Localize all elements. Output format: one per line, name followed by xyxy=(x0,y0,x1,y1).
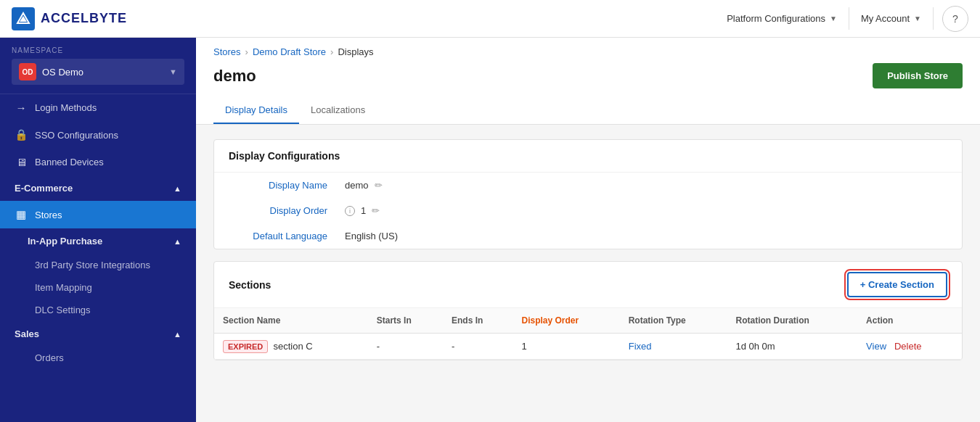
ecommerce-chevron-icon: ▲ xyxy=(173,184,181,193)
breadcrumb: Stores › Demo Draft Store › Displays xyxy=(213,46,963,57)
platform-configurations-btn[interactable]: Platform Configurations ▼ xyxy=(715,7,849,30)
sidebar: NAMESPACE OD OS Demo ▼ → Login Methods 🔒… xyxy=(0,38,196,422)
namespace-chevron-icon: ▼ xyxy=(169,67,177,76)
display-order-row: Display Order i 1 ✏ xyxy=(214,198,962,223)
publish-store-button[interactable]: Publish Store xyxy=(873,63,963,88)
col-ends-in: Ends In xyxy=(443,308,513,334)
content-area: Stores › Demo Draft Store › Displays dem… xyxy=(196,38,980,422)
in-app-chevron-icon: ▲ xyxy=(173,237,181,246)
logo-area: ACCELBYTE xyxy=(12,7,127,30)
default-language-value: English (US) xyxy=(345,231,398,241)
breadcrumb-sep-2: › xyxy=(330,46,333,57)
platform-chevron-icon: ▼ xyxy=(830,15,837,22)
my-account-btn[interactable]: My Account ▼ xyxy=(849,7,934,30)
col-display-order: Display Order xyxy=(513,308,619,334)
display-configurations-title: Display Configurations xyxy=(214,140,962,173)
table-row: EXPIRED section C - - 1 Fixed 1d 0h 0m V… xyxy=(214,334,962,360)
col-action: Action xyxy=(857,308,962,334)
in-app-purchase-label: In-App Purchase xyxy=(15,236,102,247)
namespace-avatar: OD xyxy=(19,63,36,80)
page-title-row: demo Publish Store xyxy=(213,63,963,88)
sidebar-item-label: Banned Devices xyxy=(35,157,104,167)
ends-in-cell: - xyxy=(443,334,513,360)
sidebar-sub-item-3rd-party[interactable]: 3rd Party Store Integrations xyxy=(0,254,196,276)
sections-header-row: Sections + Create Section xyxy=(214,262,962,308)
expired-badge: EXPIRED xyxy=(223,340,268,353)
page-title: demo xyxy=(213,67,256,86)
default-language-row: Default Language English (US) xyxy=(214,223,962,249)
col-rotation-type: Rotation Type xyxy=(620,308,727,334)
table-header-row: Section Name Starts In Ends In Display O… xyxy=(214,308,962,334)
display-name-label: Display Name xyxy=(229,180,345,191)
main-layout: NAMESPACE OD OS Demo ▼ → Login Methods 🔒… xyxy=(0,38,980,422)
breadcrumb-sep-1: › xyxy=(245,46,248,57)
col-rotation-duration: Rotation Duration xyxy=(727,308,857,334)
delete-action-link[interactable]: Delete xyxy=(894,341,922,352)
sidebar-item-label: SSO Configurations xyxy=(35,130,118,141)
rotation-duration-cell: 1d 0h 0m xyxy=(727,334,857,360)
breadcrumb-demo-draft-store[interactable]: Demo Draft Store xyxy=(253,46,326,57)
display-configurations-card: Display Configurations Display Name demo… xyxy=(213,139,963,249)
section-name-cell: EXPIRED section C xyxy=(214,334,368,360)
breadcrumb-displays: Displays xyxy=(338,46,373,57)
tabs: Display Details Localizations xyxy=(213,97,963,124)
sidebar-item-stores[interactable]: ▦ Stores xyxy=(0,201,196,228)
display-order-label: Display Order xyxy=(229,205,345,216)
login-methods-icon: → xyxy=(15,102,28,114)
tab-display-details[interactable]: Display Details xyxy=(213,97,299,124)
sales-section-header[interactable]: Sales ▲ xyxy=(0,321,196,347)
display-name-row: Display Name demo ✏ xyxy=(214,173,962,198)
sidebar-sub-item-orders[interactable]: Orders xyxy=(0,347,196,369)
breadcrumb-stores[interactable]: Stores xyxy=(213,46,241,57)
top-nav-right: Platform Configurations ▼ My Account ▼ ? xyxy=(715,6,968,32)
sections-table: Section Name Starts In Ends In Display O… xyxy=(214,308,962,360)
sections-title: Sections xyxy=(229,279,271,291)
namespace-section: NAMESPACE OD OS Demo ▼ xyxy=(0,38,196,94)
namespace-selector[interactable]: OD OS Demo ▼ xyxy=(12,59,184,85)
display-name-edit-icon[interactable]: ✏ xyxy=(375,180,383,191)
banned-devices-icon: 🖥 xyxy=(15,156,28,168)
default-language-label: Default Language xyxy=(229,231,345,241)
display-order-value: i 1 ✏ xyxy=(345,205,380,216)
logo-icon xyxy=(12,7,35,30)
page-content: Display Configurations Display Name demo… xyxy=(196,125,980,375)
display-order-cell: 1 xyxy=(513,334,619,360)
display-order-info-icon[interactable]: i xyxy=(345,206,355,216)
sidebar-sub-item-item-mapping[interactable]: Item Mapping xyxy=(0,276,196,299)
sidebar-sub-item-dlc-settings[interactable]: DLC Settings xyxy=(0,299,196,321)
sidebar-item-sso-configurations[interactable]: 🔒 SSO Configurations xyxy=(0,121,196,149)
help-button[interactable]: ? xyxy=(942,6,968,32)
col-section-name: Section Name xyxy=(214,308,368,334)
sso-icon: 🔒 xyxy=(15,128,28,141)
action-cell: View Delete xyxy=(857,334,962,360)
in-app-purchase-section-header[interactable]: In-App Purchase ▲ xyxy=(0,228,196,254)
logo-text: ACCELBYTE xyxy=(41,11,127,26)
sales-label: Sales xyxy=(15,328,39,339)
ecommerce-label: E-Commerce xyxy=(15,183,73,194)
rotation-type-cell: Fixed xyxy=(620,334,727,360)
namespace-name: OS Demo xyxy=(42,67,163,78)
col-starts-in: Starts In xyxy=(368,308,443,334)
sidebar-item-label: Stores xyxy=(35,210,62,220)
display-name-value: demo ✏ xyxy=(345,180,383,191)
view-action-link[interactable]: View xyxy=(866,341,886,352)
sales-chevron-icon: ▲ xyxy=(173,330,181,339)
sections-card: Sections + Create Section Section Name S… xyxy=(213,261,963,360)
sidebar-item-banned-devices[interactable]: 🖥 Banned Devices xyxy=(0,149,196,175)
page-header: Stores › Demo Draft Store › Displays dem… xyxy=(196,38,980,125)
stores-icon: ▦ xyxy=(15,208,28,221)
sidebar-item-label: Login Methods xyxy=(35,102,97,113)
top-nav: ACCELBYTE Platform Configurations ▼ My A… xyxy=(0,0,980,38)
starts-in-cell: - xyxy=(368,334,443,360)
ecommerce-section-header[interactable]: E-Commerce ▲ xyxy=(0,175,196,201)
account-chevron-icon: ▼ xyxy=(914,15,921,22)
display-order-edit-icon[interactable]: ✏ xyxy=(372,205,380,216)
tab-localizations[interactable]: Localizations xyxy=(299,97,377,124)
sidebar-item-login-methods[interactable]: → Login Methods xyxy=(0,94,196,121)
namespace-label: NAMESPACE xyxy=(12,46,184,54)
create-section-button[interactable]: + Create Section xyxy=(847,272,947,297)
